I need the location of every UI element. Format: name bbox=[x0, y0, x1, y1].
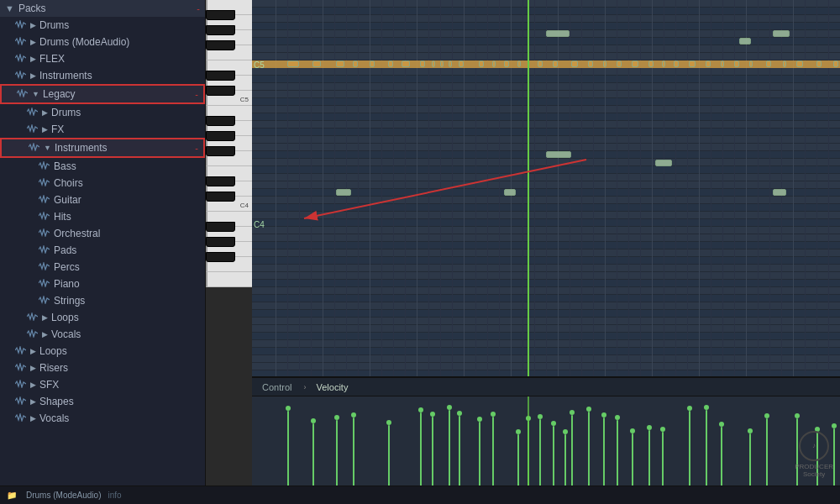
sidebar-item-drums[interactable]: ▶Drums bbox=[0, 17, 205, 34]
key-F#3[interactable] bbox=[206, 252, 235, 262]
key-F#5[interactable] bbox=[206, 40, 235, 50]
packs-collapse-btn[interactable]: - bbox=[197, 3, 200, 13]
note-14[interactable] bbox=[504, 60, 509, 67]
note-28[interactable] bbox=[721, 60, 724, 67]
key-C#5[interactable] bbox=[206, 86, 235, 96]
note-25[interactable] bbox=[674, 60, 679, 67]
sidebar-item-guitar[interactable]: Guitar bbox=[0, 192, 205, 208]
vel-bar-2[interactable] bbox=[336, 420, 338, 486]
note-32[interactable] bbox=[783, 60, 786, 67]
vel-bar-13[interactable] bbox=[539, 419, 541, 486]
key-C#4[interactable] bbox=[206, 192, 235, 202]
vel-bar-20[interactable] bbox=[632, 433, 633, 486]
key-E3[interactable] bbox=[206, 272, 252, 287]
note-9[interactable] bbox=[440, 60, 444, 67]
key-Bb5[interactable] bbox=[206, 10, 235, 20]
control-tab[interactable]: Control bbox=[259, 381, 295, 394]
velocity-tab[interactable]: Velocity bbox=[312, 381, 351, 394]
sidebar-item-drums-legacy[interactable]: ▶Drums bbox=[0, 104, 205, 121]
note-30[interactable] bbox=[749, 60, 753, 67]
note-22[interactable] bbox=[632, 60, 638, 67]
instruments-legacy-collapse-btn[interactable]: - bbox=[195, 143, 198, 153]
vel-bar-8[interactable] bbox=[459, 416, 460, 486]
vel-bar-16[interactable] bbox=[571, 415, 573, 486]
sidebar-item-legacy[interactable]: ▼Legacy- bbox=[0, 84, 205, 104]
note-34[interactable] bbox=[816, 60, 822, 67]
vel-bar-15[interactable] bbox=[564, 434, 566, 486]
key-Eb4[interactable] bbox=[206, 176, 235, 186]
note-37[interactable] bbox=[773, 30, 790, 37]
file-browser-sidebar[interactable]: ▼Packs-▶Drums▶Drums (ModeAudio)▶FLEX▶Ins… bbox=[0, 0, 206, 486]
vel-bar-10[interactable] bbox=[492, 417, 494, 486]
sidebar-item-percs[interactable]: Percs bbox=[0, 259, 205, 276]
sidebar-item-sfx[interactable]: ▶SFX bbox=[0, 376, 205, 393]
key-Ab3[interactable] bbox=[206, 237, 235, 247]
note-13[interactable] bbox=[492, 60, 496, 67]
note-36[interactable] bbox=[546, 30, 570, 37]
vel-bar-30[interactable] bbox=[833, 428, 835, 486]
note-26[interactable] bbox=[689, 60, 696, 67]
note-21[interactable] bbox=[617, 60, 622, 67]
legacy-collapse-btn[interactable]: - bbox=[195, 89, 198, 99]
note-7[interactable] bbox=[420, 60, 425, 67]
note-11[interactable] bbox=[459, 60, 464, 67]
note-46[interactable] bbox=[773, 189, 786, 196]
sidebar-item-orchestral[interactable]: Orchestral bbox=[0, 225, 205, 242]
sidebar-item-risers[interactable]: ▶Risers bbox=[0, 360, 205, 376]
note-27[interactable] bbox=[706, 60, 711, 67]
note-12[interactable] bbox=[479, 60, 484, 67]
note-23[interactable] bbox=[648, 60, 654, 67]
vel-bar-24[interactable] bbox=[706, 410, 707, 486]
note-29[interactable] bbox=[734, 60, 739, 67]
vel-bar-4[interactable] bbox=[388, 425, 390, 486]
note-15[interactable] bbox=[517, 60, 521, 67]
note-35[interactable] bbox=[833, 60, 838, 67]
notes-grid[interactable]: C5 C4 bbox=[252, 0, 840, 376]
note-24[interactable] bbox=[662, 60, 665, 67]
note-17[interactable] bbox=[553, 60, 558, 67]
vel-bar-5[interactable] bbox=[420, 412, 422, 486]
vel-bar-22[interactable] bbox=[662, 432, 664, 486]
sidebar-item-vocals[interactable]: ▶Vocals bbox=[0, 326, 205, 343]
key-Ab5[interactable] bbox=[206, 25, 235, 35]
sidebar-item-drums-modeaudio[interactable]: ▶Drums (ModeAudio) bbox=[0, 34, 205, 50]
note-6[interactable] bbox=[402, 60, 410, 67]
vel-bar-7[interactable] bbox=[449, 410, 450, 486]
vel-bar-17[interactable] bbox=[588, 412, 590, 486]
note-41[interactable] bbox=[655, 160, 672, 166]
note-18[interactable] bbox=[571, 60, 578, 67]
vel-bar-0[interactable] bbox=[287, 411, 289, 486]
key-Eb5[interactable] bbox=[206, 71, 235, 81]
note-1[interactable] bbox=[312, 60, 321, 67]
sidebar-item-strings[interactable]: Strings bbox=[0, 292, 205, 309]
vel-bar-27[interactable] bbox=[766, 418, 768, 486]
note-4[interactable] bbox=[370, 60, 375, 67]
key-Ab4[interactable] bbox=[206, 131, 235, 141]
vel-bar-1[interactable] bbox=[312, 423, 314, 486]
sidebar-item-hits[interactable]: Hits bbox=[0, 208, 205, 225]
sidebar-item-instruments-top[interactable]: ▶Instruments bbox=[0, 67, 205, 84]
note-16[interactable] bbox=[538, 60, 543, 67]
sidebar-item-instruments-legacy[interactable]: ▼Instruments- bbox=[0, 138, 205, 158]
sidebar-item-bass[interactable]: Bass bbox=[0, 158, 205, 175]
note-45[interactable] bbox=[504, 189, 516, 196]
note-0[interactable] bbox=[287, 60, 299, 67]
note-31[interactable] bbox=[766, 60, 771, 67]
vel-bar-6[interactable] bbox=[432, 417, 433, 486]
note-39[interactable] bbox=[739, 38, 751, 45]
vel-bar-26[interactable] bbox=[749, 433, 751, 486]
note-33[interactable] bbox=[796, 60, 803, 67]
note-8[interactable] bbox=[432, 60, 435, 67]
note-2[interactable] bbox=[336, 60, 344, 67]
note-20[interactable] bbox=[603, 60, 606, 67]
vel-bar-11[interactable] bbox=[517, 434, 519, 486]
vel-bar-23[interactable] bbox=[689, 411, 690, 486]
sidebar-item-loops[interactable]: ▶Loops bbox=[0, 309, 205, 326]
vel-bar-25[interactable] bbox=[721, 427, 722, 486]
note-5[interactable] bbox=[388, 60, 393, 67]
sidebar-item-flex[interactable]: ▶FLEX bbox=[0, 50, 205, 67]
vel-bar-3[interactable] bbox=[353, 417, 354, 486]
sidebar-item-packs[interactable]: ▼Packs- bbox=[0, 0, 205, 17]
sidebar-item-vocals-top[interactable]: ▶Vocals bbox=[0, 410, 205, 427]
note-19[interactable] bbox=[588, 60, 593, 67]
